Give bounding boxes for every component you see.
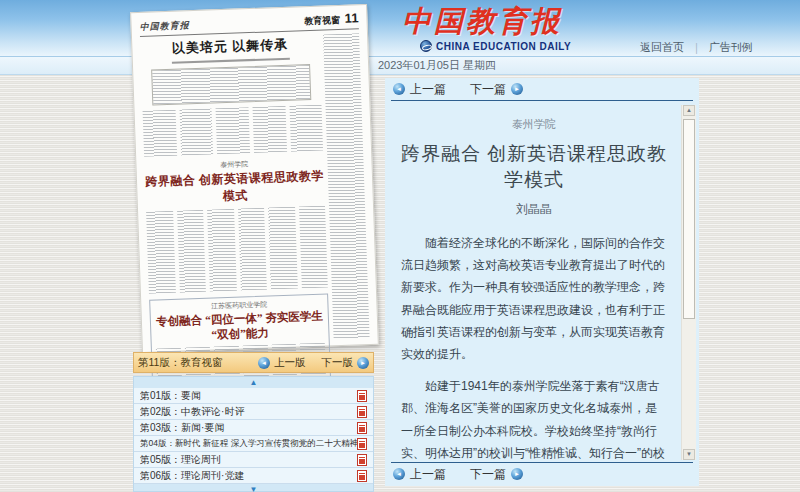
divider [391, 100, 693, 101]
page-nav-bar: 第11版：教育视窗 ◄ 上一版 下一版 ► [133, 352, 374, 373]
newspaper-masthead: 中国教育报 [139, 19, 189, 34]
logo-globe-icon [420, 40, 432, 52]
current-page-label: 第11版：教育视窗 [138, 356, 258, 370]
prev-article-button[interactable]: 上一篇 [410, 81, 446, 98]
newspaper-section: 教育视窗 11 [304, 10, 359, 28]
logo-english: CHINA EDUCATION DAILY [436, 41, 571, 52]
page-list-label[interactable]: 第06版：理论周刊·党建 [140, 469, 357, 483]
pdf-icon[interactable] [357, 406, 367, 418]
section-label: 教育视窗 [304, 15, 340, 26]
next-page-globe-icon[interactable]: ► [357, 357, 369, 369]
next-article-globe-icon[interactable]: ► [511, 468, 523, 480]
page-list-panel: ▲ 第01版：要闻 第02版：中教评论·时评 第03版：新闻·要闻 第04版：新… [133, 376, 374, 492]
scan-columns [143, 105, 324, 157]
article-scrollbar[interactable]: ▲ ▼ [681, 105, 696, 460]
ads-link[interactable]: 广告刊例 [709, 40, 753, 55]
scan-abstract-box [151, 64, 311, 106]
scroll-up-icon[interactable]: ▲ [683, 105, 695, 116]
page-list-item[interactable]: 第01版：要闻 [134, 388, 373, 404]
scan-headline-bottom: 专创融合 “四位一体” 夯实医学生“双创”能力 [155, 309, 325, 345]
prev-article-globe-icon[interactable]: ◄ [393, 83, 405, 95]
page-list-item[interactable]: 第02版：中教评论·时评 [134, 404, 373, 420]
newspaper-header: 中国教育报 教育视窗 11 [139, 10, 359, 37]
pdf-icon[interactable] [357, 390, 367, 402]
article-panel: ◄ 上一篇 下一篇 ► 泰州学院 跨界融合 创新英语课程思政教学模式 刘晶晶 随… [385, 78, 699, 486]
page-list-item[interactable]: 第05版：理论周刊 [134, 452, 373, 468]
list-scroll-down-icon[interactable]: ▼ [134, 484, 373, 492]
issue-date: 2023年01月05日 星期四 [378, 59, 496, 71]
page-list-item[interactable]: 第04版：新时代 新征程 深入学习宣传贯彻党的二十大精神专刊 [134, 436, 373, 452]
page-list-label[interactable]: 第01版：要闻 [140, 389, 357, 403]
next-article-button[interactable]: 下一篇 [470, 466, 506, 483]
article-paragraph: 始建于1941年的泰州学院坐落于素有“汉唐古郡、淮海名区”美誉的国家历史文化名城… [401, 375, 667, 460]
page-list-label[interactable]: 第03版：新闻·要闻 [140, 421, 357, 435]
next-page-button[interactable]: 下一版 [322, 356, 354, 370]
list-scroll-up-icon[interactable]: ▲ [134, 377, 373, 388]
next-article-globe-icon[interactable]: ► [511, 83, 523, 95]
article-paragraph: 随着经济全球化的不断深化，国际间的合作交流日趋频繁，这对高校英语专业教育提出了时… [401, 232, 667, 365]
article-kicker: 泰州学院 [401, 117, 667, 132]
article-content: 泰州学院 跨界融合 创新英语课程思政教学模式 刘晶晶 随着经济全球化的不断深化，… [385, 105, 675, 460]
link-separator: ｜ [691, 40, 702, 55]
prev-page-button[interactable]: 上一版 [274, 356, 306, 370]
article-author: 刘晶晶 [401, 201, 667, 218]
scan-subtitle-bar [172, 58, 290, 64]
date-bar: 2023年01月05日 星期四 [0, 56, 800, 75]
article-nav-bottom: ◄ 上一篇 下一篇 ► [385, 463, 523, 485]
newspaper-page-image: 中国教育报 教育视窗 11 以美培元 以舞传承 泰州学院 跨界融合 创新英语课程… [130, 4, 379, 353]
prev-page-globe-icon[interactable]: ◄ [258, 357, 270, 369]
scan-headline-mid: 跨界融合 创新英语课程思政教学模式 [145, 168, 325, 208]
logo-chinese: 中国教育报 [402, 2, 571, 42]
scan-headline-top: 以美培元 以舞传承 [140, 35, 320, 59]
header-links: 返回首页 ｜ 广告刊例 [640, 40, 753, 55]
page-list-item[interactable]: 第06版：理论周刊·党建 [134, 468, 373, 484]
prev-article-globe-icon[interactable]: ◄ [393, 468, 405, 480]
pdf-icon[interactable] [357, 454, 367, 466]
prev-article-button[interactable]: 上一篇 [410, 466, 446, 483]
pdf-icon[interactable] [357, 438, 367, 450]
scroll-down-icon[interactable]: ▼ [683, 449, 695, 460]
site-logo: 中国教育报 CHINA EDUCATION DAILY [402, 2, 571, 52]
page-list-item[interactable]: 第03版：新闻·要闻 [134, 420, 373, 436]
page-list-label[interactable]: 第02版：中教评论·时评 [140, 405, 357, 419]
next-article-button[interactable]: 下一篇 [470, 81, 506, 98]
top-banner: 中国教育报 CHINA EDUCATION DAILY 返回首页 ｜ 广告刊例 [0, 0, 800, 56]
scan-columns [146, 206, 328, 294]
page-number: 11 [344, 10, 358, 25]
article-title: 跨界融合 创新英语课程思政教学模式 [401, 141, 667, 193]
scan-right-column [323, 33, 369, 339]
home-link[interactable]: 返回首页 [640, 40, 684, 55]
article-nav-top: ◄ 上一篇 下一篇 ► [385, 78, 699, 100]
pdf-icon[interactable] [357, 470, 367, 482]
page-list-label[interactable]: 第05版：理论周刊 [140, 453, 357, 467]
page-root: 中国教育报 CHINA EDUCATION DAILY 返回首页 ｜ 广告刊例 … [0, 0, 800, 492]
page-list-label[interactable]: 第04版：新时代 新征程 深入学习宣传贯彻党的二十大精神专刊 [140, 438, 357, 450]
pdf-icon[interactable] [357, 422, 367, 434]
scrollbar-thumb[interactable] [683, 119, 695, 319]
